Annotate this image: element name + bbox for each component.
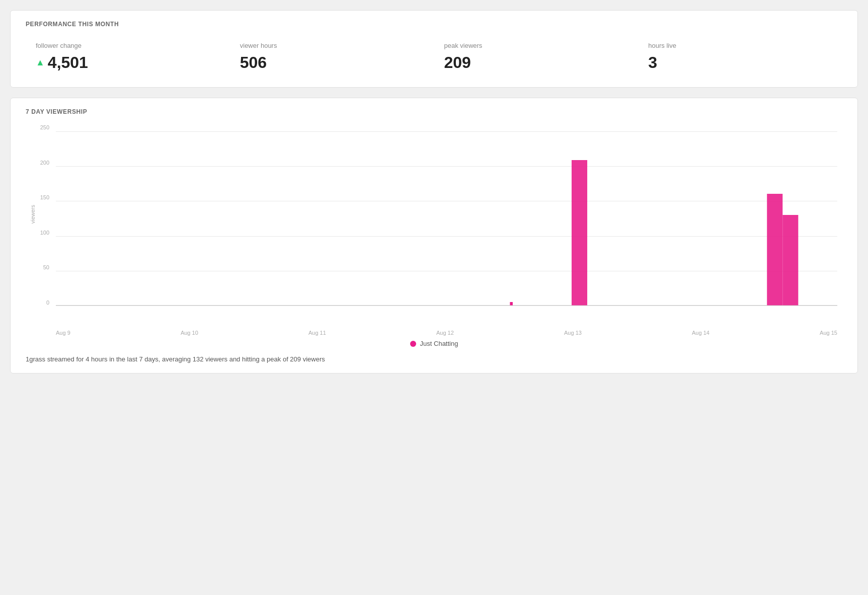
performance-card: PERFORMANCE THIS MONTH follower change ▲… [10,10,858,88]
x-label-aug12: Aug 12 [436,330,454,336]
x-label-aug15: Aug 15 [820,330,837,336]
x-label-aug14: Aug 14 [692,330,709,336]
chart-area [56,124,837,306]
metric-label-viewer-hours: viewer hours [240,42,424,49]
metric-value-hours-live: 3 [648,53,832,72]
chart-legend: Just Chatting [26,340,842,347]
svg-rect-1 [572,160,587,306]
x-label-aug10: Aug 10 [181,330,198,336]
y-label-50: 50 [26,264,53,270]
x-label-aug11: Aug 11 [308,330,326,336]
up-arrow-icon: ▲ [36,57,45,68]
svg-rect-2 [767,194,782,306]
x-axis-labels: Aug 9 Aug 10 Aug 11 Aug 12 Aug 13 Aug 14… [56,326,837,336]
metric-peak-viewers: peak viewers 209 [434,37,639,77]
metric-hours-live: hours live 3 [638,37,842,77]
y-axis-title: viewers [30,205,36,224]
metric-label-hours-live: hours live [648,42,832,49]
y-label-100: 100 [26,230,53,236]
follower-change-number: 4,501 [48,53,88,72]
svg-rect-3 [782,215,798,306]
metric-viewer-hours: viewer hours 506 [230,37,434,77]
metric-follower-change: follower change ▲ 4,501 [26,37,230,77]
metrics-row: follower change ▲ 4,501 viewer hours 506… [26,37,842,77]
viewership-summary: 1grass streamed for 4 hours in the last … [26,355,842,363]
chart-container: 0 50 100 150 200 250 viewers [26,124,842,336]
legend-dot-just-chatting [410,341,416,347]
x-label-aug9: Aug 9 [56,330,70,336]
y-label-0: 0 [26,300,53,306]
legend-label-just-chatting: Just Chatting [420,340,458,347]
metric-value-viewer-hours: 506 [240,53,424,72]
metric-label-peak-viewers: peak viewers [444,42,628,49]
y-label-250: 250 [26,124,53,130]
y-label-150: 150 [26,194,53,200]
viewership-title: 7 DAY VIEWERSHIP [26,108,842,115]
chart-svg [56,124,837,306]
viewership-card: 7 DAY VIEWERSHIP 0 50 100 150 200 250 vi… [10,98,858,374]
x-label-aug13: Aug 13 [564,330,582,336]
metric-label-follower-change: follower change [36,42,220,49]
performance-title: PERFORMANCE THIS MONTH [26,21,842,28]
y-label-200: 200 [26,160,53,166]
metric-value-follower-change: ▲ 4,501 [36,53,220,72]
metric-value-peak-viewers: 209 [444,53,628,72]
